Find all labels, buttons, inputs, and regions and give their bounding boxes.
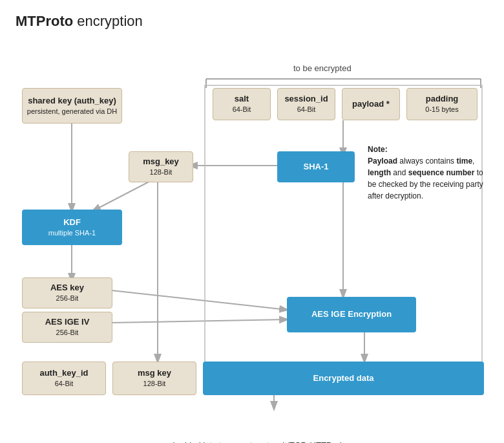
- salt-box: salt 64-Bit: [213, 88, 271, 120]
- svg-rect-14: [205, 85, 482, 386]
- payload-box: payload *: [342, 88, 400, 120]
- msg-key-out-box: msg key 128-Bit: [112, 362, 196, 395]
- aes-key-box: AES key 256-Bit: [22, 277, 112, 308]
- session-id-box: session_id 64-Bit: [277, 88, 335, 120]
- page-title: MTProto encryption: [16, 13, 488, 30]
- auth-key-id-box: auth_key_id 64-Bit: [22, 362, 106, 395]
- svg-line-9: [111, 290, 287, 310]
- to-be-encrypted-label: to be encrypted: [293, 63, 352, 73]
- msg-key-box: msg_key 128-Bit: [129, 151, 193, 182]
- aes-ige-box: AES IGE Encryption: [287, 297, 416, 332]
- note-box: Note: Payload always contains time, leng…: [368, 144, 487, 202]
- footer-line1: embedded into transport protocol (TCP, H…: [16, 440, 488, 443]
- sha1-box: SHA-1: [277, 151, 355, 182]
- padding-box: padding 0-15 bytes: [406, 88, 478, 120]
- kdf-box: KDF multiple SHA-1: [22, 210, 122, 245]
- encrypted-data-box: Encrypted data: [203, 362, 484, 395]
- shared-key-box: shared key (auth_key) persistent, genera…: [22, 88, 122, 124]
- aes-iv-box: AES IGE IV 256-Bit: [22, 312, 112, 343]
- footer: embedded into transport protocol (TCP, H…: [16, 440, 488, 443]
- svg-line-10: [111, 319, 287, 323]
